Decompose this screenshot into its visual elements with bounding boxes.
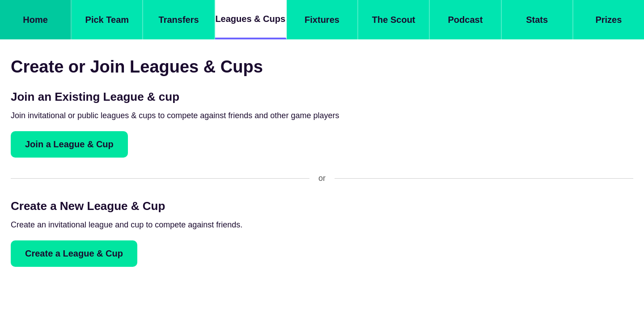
join-league-button[interactable]: Join a League & Cup [11,131,128,158]
main-nav: Home Pick Team Transfers Leagues & Cups … [0,0,644,39]
main-content: Create or Join Leagues & Cups Join an Ex… [0,39,644,285]
page-title: Create or Join Leagues & Cups [11,57,633,77]
join-section-title: Join an Existing League & cup [11,90,633,104]
divider-row: or [11,174,633,183]
create-section: Create a New League & Cup Create an invi… [11,199,633,267]
join-section: Join an Existing League & cup Join invit… [11,90,633,158]
nav-item-stats[interactable]: Stats [502,0,573,39]
create-league-button[interactable]: Create a League & Cup [11,240,137,267]
nav-item-pick-team[interactable]: Pick Team [72,0,143,39]
create-section-description: Create an invitational league and cup to… [11,220,633,230]
divider-text: or [309,174,335,183]
nav-item-the-scout[interactable]: The Scout [358,0,430,39]
nav-item-podcast[interactable]: Podcast [430,0,501,39]
nav-item-transfers[interactable]: Transfers [143,0,215,39]
nav-item-fixtures[interactable]: Fixtures [287,0,358,39]
nav-item-prizes[interactable]: Prizes [573,0,644,39]
divider-line-right [335,178,633,179]
nav-item-leagues-cups[interactable]: Leagues & Cups [215,0,287,39]
create-section-title: Create a New League & Cup [11,199,633,213]
join-section-description: Join invitational or public leagues & cu… [11,111,633,120]
divider-line-left [11,178,309,179]
nav-item-home[interactable]: Home [0,0,72,39]
